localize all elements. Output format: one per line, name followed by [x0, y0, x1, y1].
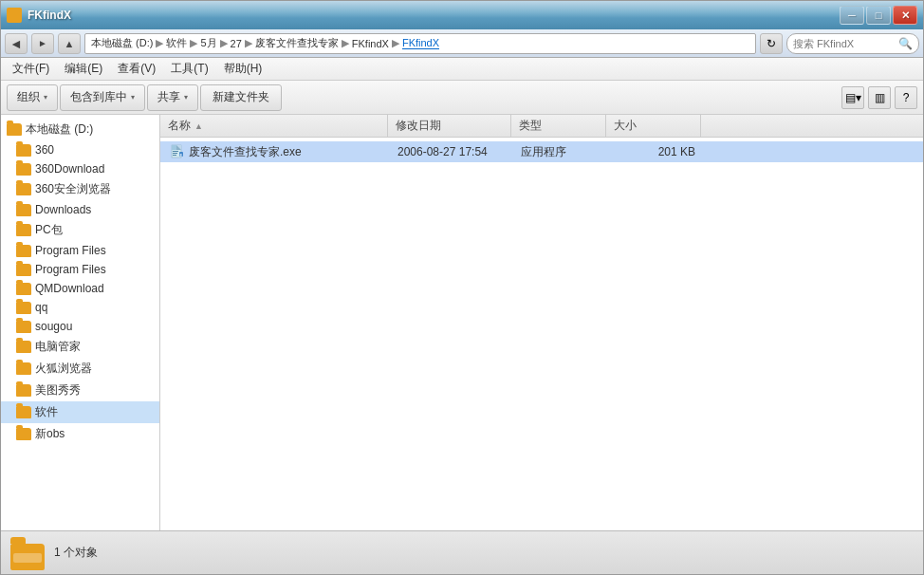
sidebar-scroll[interactable]: 本地磁盘 (D:) 360 360Download 360安全浏览器 Downl…	[1, 119, 159, 530]
sidebar-root-label: 本地磁盘 (D:)	[26, 121, 93, 138]
sidebar-item-label-downloads: Downloads	[35, 203, 91, 216]
status-bar: 1 个对象	[1, 530, 923, 574]
sidebar-item-programfiles2[interactable]: Program Files	[1, 260, 159, 279]
column-header-date[interactable]: 修改日期	[388, 115, 511, 137]
search-input[interactable]	[793, 38, 895, 49]
folder-icon-newobs	[16, 428, 31, 440]
sidebar-item-firefox[interactable]: 火狐浏览器	[1, 358, 159, 380]
sidebar-item-label-360browser: 360安全浏览器	[35, 181, 111, 197]
menu-bar: 文件(F) 编辑(E) 查看(V) 工具(T) 帮助(H)	[1, 58, 923, 81]
share-button[interactable]: 共享 ▾	[147, 84, 198, 111]
include-button[interactable]: 包含到库中 ▾	[60, 84, 145, 111]
sidebar-item-label-meitu: 美图秀秀	[35, 382, 81, 399]
help-button[interactable]: ?	[895, 86, 917, 109]
root-folder-icon	[7, 123, 22, 136]
help-icon: ?	[903, 91, 910, 104]
column-header-type[interactable]: 类型	[511, 115, 606, 137]
sidebar-item-label-newobs: 新obs	[35, 426, 65, 442]
file-list-header: 名称 ▲ 修改日期 类型 大小	[160, 115, 923, 138]
maximize-button[interactable]: □	[866, 6, 891, 25]
sidebar-item-label-360download: 360Download	[35, 162, 104, 176]
window-controls: ─ □ ✕	[840, 6, 917, 25]
column-name-label: 名称	[168, 118, 191, 134]
file-name-text: 废客文件查找专家.exe	[189, 144, 302, 160]
share-dropdown-arrow: ▾	[184, 93, 188, 102]
menu-view[interactable]: 查看(V)	[110, 59, 163, 79]
organize-button[interactable]: 组织 ▾	[7, 84, 58, 111]
menu-file[interactable]: 文件(F)	[5, 59, 57, 79]
sidebar-item-360browser[interactable]: 360安全浏览器	[1, 178, 159, 200]
menu-tools[interactable]: 工具(T)	[163, 59, 215, 79]
sidebar-item-label-qmdownload: QMDownload	[35, 282, 104, 295]
file-type-text: 应用程序	[521, 144, 566, 160]
share-label: 共享	[157, 89, 180, 105]
forward-button[interactable]: ►	[31, 33, 54, 54]
sidebar-item-programfiles[interactable]: Program Files	[1, 241, 159, 260]
menu-edit[interactable]: 编辑(E)	[57, 59, 110, 79]
sidebar-item-meitu[interactable]: 美图秀秀	[1, 380, 159, 401]
file-size-cell: 201 KB	[608, 145, 703, 158]
new-folder-button[interactable]: 新建文件夹	[200, 84, 282, 111]
svg-rect-4	[173, 151, 178, 152]
back-button[interactable]: ◄	[5, 33, 28, 54]
sidebar-item-label-programfiles2: Program Files	[35, 263, 106, 276]
explorer-window: FKfindX ─ □ ✕ ◄ ► ▲ 本地磁盘 (D:) ▶ 软件 ▶ 5月 …	[0, 0, 924, 575]
svg-rect-5	[173, 153, 177, 154]
folder-icon-360browser	[16, 183, 31, 195]
sidebar-item-qmdownload[interactable]: QMDownload	[1, 279, 159, 298]
up-button[interactable]: ▲	[58, 33, 81, 54]
file-type-cell: 应用程序	[513, 144, 608, 160]
folder-icon-software	[16, 406, 31, 418]
search-box[interactable]: 🔍	[786, 33, 919, 54]
sidebar-item-label-qq: qq	[35, 301, 47, 314]
folder-icon-programfiles	[16, 245, 31, 257]
toolbar: 组织 ▾ 包含到库中 ▾ 共享 ▾ 新建文件夹 ▤ ▾ ▥ ?	[1, 81, 923, 115]
folder-icon-firefox	[16, 362, 31, 375]
file-list: E 废客文件查找专家.exe 2006-08-27 17:54 应用程序 201…	[160, 138, 923, 530]
sidebar-item-label-pcguard: 电脑管家	[35, 339, 81, 355]
address-path[interactable]: 本地磁盘 (D:) ▶ 软件 ▶ 5月 ▶ 27 ▶ 废客文件查找专家 ▶ FK…	[84, 33, 756, 54]
sidebar-item-pcguard[interactable]: 电脑管家	[1, 336, 159, 358]
path-segment-current: FKfindX	[402, 37, 439, 49]
column-header-size[interactable]: 大小	[606, 115, 701, 137]
sidebar-item-360download[interactable]: 360Download	[1, 159, 159, 178]
sidebar-item-sougou[interactable]: sougou	[1, 317, 159, 336]
folder-icon-sougou	[16, 321, 31, 333]
view-toggle-button[interactable]: ▤ ▾	[841, 86, 864, 109]
view-icon: ▤	[845, 91, 856, 104]
toolbar-right: ▤ ▾ ▥ ?	[841, 86, 917, 109]
sidebar-item-label-sougou: sougou	[35, 320, 72, 333]
close-button[interactable]: ✕	[893, 6, 917, 25]
sidebar-item-label-firefox: 火狐浏览器	[35, 361, 92, 377]
sidebar-item-label-programfiles: Program Files	[35, 244, 106, 257]
sidebar-item-newobs[interactable]: 新obs	[1, 423, 159, 445]
sidebar-item-360[interactable]: 360	[1, 140, 159, 159]
sidebar-item-software[interactable]: 软件	[1, 401, 159, 423]
folder-icon-downloads	[16, 204, 31, 216]
menu-help[interactable]: 帮助(H)	[216, 59, 270, 79]
minimize-button[interactable]: ─	[840, 6, 864, 25]
path-segment-4: 27	[231, 38, 242, 49]
sidebar-root-item[interactable]: 本地磁盘 (D:)	[1, 119, 159, 140]
sidebar-item-qq[interactable]: qq	[1, 298, 159, 317]
path-segment-3: 5月	[200, 36, 216, 50]
column-date-label: 修改日期	[396, 118, 441, 134]
svg-text:E: E	[180, 153, 183, 158]
status-folder-icon	[10, 536, 45, 570]
status-text: 1 个对象	[54, 545, 98, 561]
sidebar-item-label-pc: PC包	[35, 222, 63, 238]
column-header-name[interactable]: 名称 ▲	[160, 115, 388, 137]
search-icon[interactable]: 🔍	[898, 37, 913, 50]
refresh-button[interactable]: ↻	[760, 33, 783, 54]
path-segment-1: 本地磁盘 (D:)	[91, 36, 153, 50]
folder-icon-meitu	[16, 384, 31, 397]
table-row[interactable]: E 废客文件查找专家.exe 2006-08-27 17:54 应用程序 201…	[160, 141, 923, 162]
preview-pane-button[interactable]: ▥	[868, 86, 891, 109]
file-name-cell: E 废客文件查找专家.exe	[162, 144, 390, 160]
path-segment-5: 废客文件查找专家	[255, 36, 339, 50]
sidebar-item-downloads[interactable]: Downloads	[1, 200, 159, 219]
folder-body	[10, 544, 45, 570]
file-date-cell: 2006-08-27 17:54	[390, 145, 513, 158]
folder-icon-qmdownload	[16, 283, 31, 295]
sidebar-item-pc[interactable]: PC包	[1, 219, 159, 241]
